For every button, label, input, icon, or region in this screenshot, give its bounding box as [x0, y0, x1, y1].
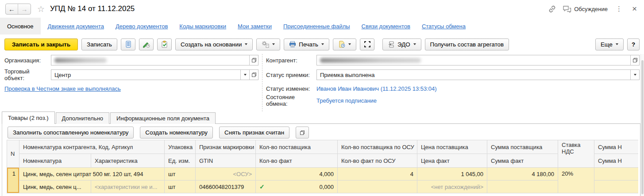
col-header-qty-supplier[interactable]: Кол-во поставщика — [256, 140, 338, 154]
fullscreen-button[interactable] — [360, 38, 374, 50]
cell-price-fact[interactable]: <нет расхождений> — [417, 181, 487, 193]
cell-vat-rate[interactable]: 20% — [558, 168, 594, 193]
get-aggregates-button[interactable]: Получить состав агрегатов — [425, 38, 509, 50]
col-header-sum-supplier[interactable]: Сумма поставщика — [487, 140, 558, 154]
cell-vat-sum-fact[interactable] — [594, 181, 639, 193]
counterparty-field[interactable] — [316, 55, 640, 65]
cell-qty-fact-osu[interactable] — [338, 181, 417, 193]
cell-supplier-item[interactable]: Цинк, медь, селен цитрат 500 мг. 120 шт,… — [19, 168, 165, 181]
cell-qty-supplier-osu[interactable]: 4 — [338, 168, 417, 181]
cell-package[interactable]: шт — [165, 168, 196, 181]
col-header-vat-sum-fact[interactable]: Сумма Н — [594, 154, 639, 168]
col-header-sum-fact[interactable]: Сумма факт — [487, 154, 558, 168]
col-header-gtin[interactable]: GTIN — [196, 154, 256, 168]
cell-vat-sum-supplier[interactable] — [594, 168, 639, 181]
forward-button[interactable]: → — [18, 4, 31, 14]
col-header-qty-supplier-osu[interactable]: Кол-во поставщика по ОСУ — [338, 140, 417, 154]
col-header-n[interactable]: N — [7, 140, 19, 168]
history-nav-group: ← → — [5, 4, 31, 15]
organization-open-button[interactable] — [249, 55, 258, 65]
col-header-supplier-item[interactable]: Номенклатура контрагента, Код, Артикул — [19, 140, 165, 154]
back-button[interactable]: ← — [6, 4, 18, 14]
organization-label: Организация: — [4, 57, 51, 64]
cell-gtin[interactable]: 04660048201379 — [196, 181, 256, 193]
save-and-close-button[interactable]: Записать и закрыть — [4, 38, 78, 50]
open-in-form-icon — [251, 72, 257, 77]
col-header-characteristic[interactable]: Характеристика — [91, 154, 165, 168]
col-header-qty-fact[interactable]: Кол-во факт — [256, 154, 338, 168]
title-bar: ← → ☆ УПД № 14 от 11.12.2025 О — [0, 0, 644, 18]
copy-link-icon[interactable] — [548, 5, 556, 13]
organization-field[interactable] — [51, 55, 258, 65]
honest-sign-check-link[interactable]: Проверка в Честном знаке не выполнялась — [4, 85, 121, 92]
cell-item[interactable]: Цинк, медь, селен ц... — [19, 181, 91, 193]
cell-row-number[interactable]: 1 — [7, 168, 19, 193]
col-header-vat-sum[interactable]: Сумма Н — [594, 140, 639, 154]
posting-mark-button[interactable] — [157, 38, 172, 50]
print-button[interactable]: Печать — [284, 38, 329, 50]
col-header-qty-fact-osu[interactable]: Кол-во факт по ОСУ — [338, 154, 417, 168]
edit-time-button[interactable] — [139, 38, 154, 50]
exchange-state-value[interactable]: Требуется подписание — [316, 97, 377, 104]
unset-scanned-flag-button[interactable]: Снять признак считан — [219, 127, 289, 138]
nav-link-my-notes[interactable]: Мои заметки — [238, 23, 272, 30]
create-nomenclature-button[interactable]: Создать номенклатуру — [140, 127, 213, 138]
nav-tab-main[interactable]: Основное — [0, 18, 41, 35]
create-based-on-button[interactable]: Создать на основании — [175, 38, 253, 50]
cell-price-supplier[interactable]: 1 045,00 — [417, 168, 487, 181]
tab-goods[interactable]: Товары (2 поз.) — [2, 111, 55, 124]
save-button[interactable]: Записать — [81, 38, 117, 50]
pencil-clock-icon — [143, 41, 150, 48]
col-header-price-supplier[interactable]: Цена поставщика — [417, 140, 487, 154]
trade-object-field[interactable]: Центр — [51, 69, 258, 80]
cell-unit[interactable]: шт — [165, 181, 196, 193]
col-header-marking[interactable]: Признак маркировки — [196, 140, 256, 154]
status-changed-value[interactable]: Иванов Иван Иванович (11.12.2025 13:53:0… — [316, 85, 437, 92]
favorite-star-icon[interactable]: ☆ — [37, 5, 45, 13]
redacted-counterparty-value — [320, 58, 421, 63]
acceptance-status-field[interactable]: Приемка выполнена — [316, 69, 640, 80]
tab-additional[interactable]: Дополнительно — [56, 112, 110, 124]
open-in-form-icon — [632, 58, 638, 63]
open-list-in-window-button[interactable] — [296, 127, 309, 138]
nav-link-document-relations[interactable]: Связи документов — [362, 23, 410, 30]
more-menu-icon[interactable]: ⋮ — [614, 5, 624, 13]
goods-table: N Номенклатура контрагента, Код, Артикул… — [7, 140, 638, 196]
vertical-scrollbar-thumb[interactable] — [641, 60, 644, 194]
cell-qty-supplier[interactable]: 4,000 — [256, 168, 338, 181]
table-row-line1: 1 Цинк, медь, селен цитрат 500 мг. 120 ш… — [7, 168, 639, 181]
deferred-document-button[interactable] — [333, 38, 356, 50]
col-header-package[interactable]: Упаковка — [165, 140, 196, 154]
register-records-button[interactable] — [121, 38, 135, 50]
vertical-scrollbar[interactable] — [640, 54, 644, 196]
settings-menu-button[interactable] — [256, 38, 280, 50]
edo-button[interactable]: ЭДО — [382, 38, 421, 50]
help-label: ? — [632, 41, 635, 48]
counterparty-open-button[interactable] — [630, 55, 639, 65]
cell-sum-supplier[interactable]: 4 180,00 — [487, 168, 558, 181]
main-toolbar: Записать и закрыть Записать Создать на о… — [0, 37, 644, 51]
more-button[interactable]: Еще — [595, 38, 624, 50]
trade-object-open-button[interactable] — [249, 70, 258, 80]
nav-link-document-tree[interactable]: Дерево документов — [116, 23, 168, 30]
tab-info-fields[interactable]: Информационные поля документа — [110, 112, 216, 124]
acceptance-status-dropdown-button[interactable] — [630, 70, 639, 80]
nav-link-marking-codes[interactable]: Коды маркировки — [179, 23, 226, 30]
fill-mapped-nomenclature-button[interactable]: Заполнить сопоставленную номенклатуру — [8, 127, 134, 138]
trade-object-dropdown-button[interactable] — [240, 70, 249, 80]
col-header-unit[interactable]: Ед. изм. — [165, 154, 196, 168]
cell-characteristic[interactable]: <характеристики не и... — [91, 181, 165, 193]
discussion-button[interactable]: Обсуждение — [563, 5, 608, 13]
nav-link-document-movements[interactable]: Движения документа — [48, 23, 104, 30]
col-header-price-fact[interactable]: Цена факт — [417, 154, 487, 168]
cell-sum-fact[interactable] — [487, 181, 558, 193]
nav-link-attached-files[interactable]: Присоединенные файлы — [283, 23, 350, 30]
nav-link-exchange-statuses[interactable]: Статусы обмена — [422, 23, 466, 30]
col-header-item[interactable]: Номенклатура — [19, 154, 91, 168]
col-header-vat-rate[interactable]: Ставка НДС — [558, 140, 594, 168]
close-icon[interactable]: × — [630, 4, 639, 14]
cell-qty-fact[interactable]: ✓ 0,000 — [256, 181, 338, 193]
scanned-check-icon: ✓ — [259, 183, 265, 190]
help-button[interactable]: ? — [627, 38, 640, 50]
cell-marking[interactable]: <ОСУ> — [196, 168, 256, 181]
